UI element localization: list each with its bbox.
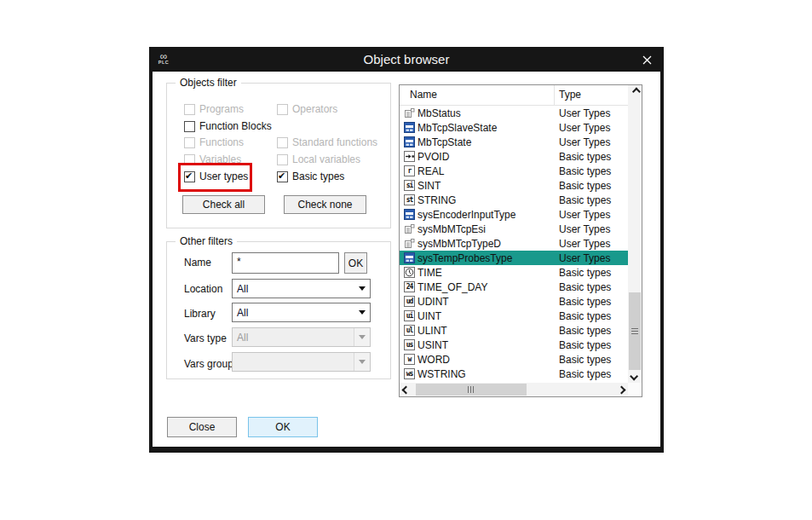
list-item[interactable]: sysEncoderInputType User Types [400, 207, 628, 222]
checkbox-box[interactable] [184, 171, 195, 182]
list-item[interactable]: r REAL Basic types [400, 164, 628, 178]
checkbox-standard-functions: Standard functions [277, 136, 377, 149]
window-title: Object browser [153, 52, 660, 66]
name-filter-label: Name [184, 257, 211, 269]
item-name: sysMbMTcpEsi [418, 223, 486, 235]
close-icon[interactable] [640, 53, 654, 66]
list-item[interactable]: TIME Basic types [400, 265, 628, 280]
enum-icon [404, 107, 415, 118]
item-type: Basic types [559, 310, 611, 322]
enum-icon [404, 238, 415, 249]
checkbox-box [184, 154, 195, 165]
screen: ∞ PLC Object browser Objects filter Prog… [0, 0, 812, 520]
title-bar: ∞ PLC Object browser [153, 47, 660, 72]
struct-icon [404, 252, 415, 263]
ok-button[interactable]: OK [248, 417, 318, 437]
type-letter-icon: ul [404, 325, 415, 336]
name-filter-input[interactable]: * [232, 252, 339, 274]
type-letter-icon: 24 [404, 281, 415, 292]
chevron-down-icon [354, 303, 370, 321]
item-name: PVOID [418, 151, 449, 163]
checkbox-box[interactable] [277, 171, 288, 182]
list-item[interactable]: MbStatus User Types [400, 106, 628, 120]
item-type: Basic types [559, 281, 611, 293]
checkbox-box [184, 137, 195, 148]
item-type: Basic types [559, 339, 611, 351]
vertical-scrollbar[interactable] [628, 85, 642, 383]
checkbox-label: Basic types [292, 170, 344, 182]
check-all-button[interactable]: Check all [182, 195, 265, 214]
type-letter-icon: r [404, 165, 415, 176]
list-item[interactable]: 24 TIME_OF_DAY Basic types [400, 280, 628, 294]
horizontal-scroll-thumb[interactable] [416, 384, 527, 396]
item-name: sysTempProbesType [418, 252, 512, 264]
list-item[interactable]: MbTcpSlaveState User Types [400, 120, 628, 135]
list-item[interactable]: ud UDINT Basic types [400, 294, 628, 309]
type-letter-icon: us [404, 339, 415, 350]
checkbox-function-blocks[interactable]: Function Blocks [184, 119, 272, 133]
checkbox-basic-types[interactable]: Basic types [277, 170, 344, 183]
struct-icon [404, 122, 415, 133]
vars-type-filter-label: Vars type [184, 332, 227, 345]
item-type: Basic types [559, 267, 611, 279]
check-none-button[interactable]: Check none [284, 195, 366, 214]
list-item-selected[interactable]: sysTempProbesType User Types [400, 251, 628, 265]
list-item[interactable]: PVOID Basic types [400, 149, 628, 164]
list-item[interactable]: ul ULINT Basic types [400, 323, 628, 338]
item-type: User Types [559, 238, 610, 250]
checkbox-user-types[interactable]: User types [184, 170, 248, 183]
list-item[interactable]: si SINT Basic types [400, 178, 628, 193]
column-header-name[interactable]: Name [410, 89, 437, 101]
list-rows: MbStatus User Types MbTcpSlaveState User… [400, 106, 628, 381]
enum-icon [404, 223, 415, 234]
list-item[interactable]: w WORD Basic types [400, 352, 628, 367]
location-filter-label: Location [184, 283, 222, 296]
list-item[interactable]: ui UINT Basic types [400, 309, 628, 323]
list-item[interactable]: us USINT Basic types [400, 338, 628, 352]
checkbox-box[interactable] [184, 121, 195, 132]
checkbox-label: Standard functions [292, 136, 377, 148]
type-letter-icon: ud [404, 296, 415, 307]
struct-icon [404, 209, 415, 220]
item-name: TIME_OF_DAY [418, 281, 487, 293]
checkbox-box [184, 104, 195, 115]
location-dropdown[interactable]: All [232, 279, 371, 298]
combobox-value: All [233, 307, 354, 319]
objects-filter-legend: Objects filter [176, 77, 241, 89]
list-item[interactable]: MbTcpState User Types [400, 135, 628, 149]
scroll-up-icon[interactable] [628, 85, 642, 98]
item-type: User Types [559, 136, 610, 148]
item-name: WORD [418, 354, 450, 366]
checkbox-label: Operators [292, 103, 337, 115]
library-dropdown[interactable]: All [232, 303, 371, 322]
vertical-scroll-thumb[interactable] [629, 292, 641, 370]
checkbox-box [277, 154, 288, 165]
scroll-down-icon[interactable] [628, 370, 642, 383]
list-item[interactable]: st STRING Basic types [400, 193, 628, 207]
item-name: TIME [418, 267, 442, 279]
item-type: User Types [559, 107, 610, 119]
scroll-right-icon[interactable] [615, 383, 628, 396]
item-type: Basic types [559, 354, 611, 366]
type-letter-icon: w [404, 354, 415, 365]
struct-icon [404, 136, 415, 147]
column-header-type[interactable]: Type [559, 89, 581, 101]
pointer-icon [404, 151, 415, 162]
item-type: User Types [559, 122, 610, 134]
item-name: UDINT [418, 296, 449, 308]
combobox-value: All [233, 283, 354, 295]
list-item[interactable]: sysMbMTcpEsi User Types [400, 222, 628, 236]
horizontal-scrollbar[interactable] [400, 383, 628, 396]
column-divider[interactable] [554, 85, 555, 105]
item-type: Basic types [559, 194, 611, 206]
item-name: ULINT [418, 325, 447, 337]
close-button[interactable]: Close [167, 417, 237, 437]
name-filter-ok-button[interactable]: OK [344, 252, 367, 274]
checkbox-programs: Programs [184, 102, 244, 116]
list-item[interactable]: sysMbMTcpTypeD User Types [400, 236, 628, 251]
checkbox-label: Programs [199, 103, 244, 115]
checkbox-label: Function Blocks [199, 120, 272, 132]
vars-group-dropdown [232, 352, 371, 372]
scroll-left-icon[interactable] [400, 383, 412, 396]
list-item[interactable]: ws WSTRING Basic types [400, 367, 628, 381]
